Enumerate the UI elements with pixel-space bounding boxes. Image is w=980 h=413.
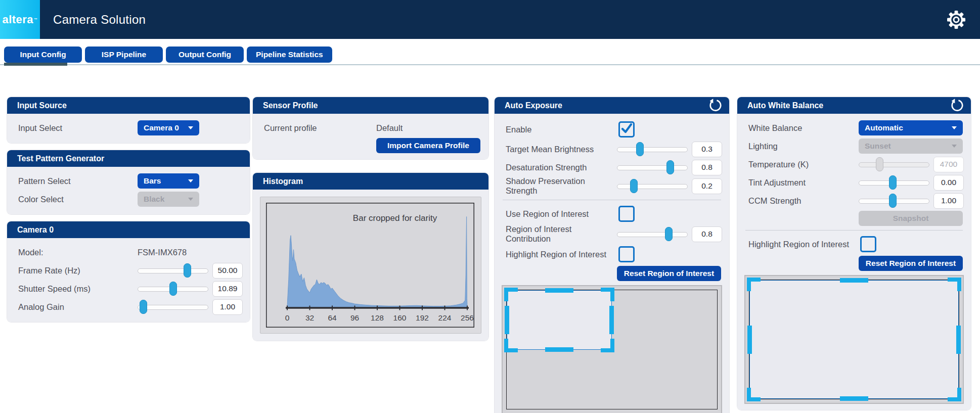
roi-handle-bottom-left[interactable] [504,339,518,352]
reset-icon[interactable] [708,99,722,112]
tab-pipeline-statistics[interactable]: Pipeline Statistics [247,47,332,63]
analog-gain-value[interactable]: 1.00 [212,299,243,315]
slider-thumb[interactable] [169,282,177,296]
roi-handle-top[interactable] [840,278,868,283]
import-camera-profile-button[interactable]: Import Camera Profile [376,138,480,153]
roi-handle-bottom[interactable] [545,347,573,352]
tab-input-config[interactable]: Input Config [4,47,82,63]
roi-handle-bottom-left[interactable] [747,388,761,401]
camera0-header: Camera 0 [7,221,250,238]
target-mean-brightness-label: Target Mean Brightness [506,145,617,154]
analog-gain-label: Analog Gain [18,302,138,312]
use-roi-checkbox[interactable] [618,206,635,222]
column-auto-white-balance: Auto White Balance White Balance Automat… [737,97,971,413]
shadow-preservation-value[interactable]: 0.2 [692,178,722,194]
slider-thumb[interactable] [889,175,897,190]
current-profile-value: Default [376,123,480,133]
svg-text:32: 32 [305,313,314,322]
roi-handle-top-left[interactable] [504,288,518,301]
shutter-speed-slider[interactable] [138,282,208,296]
target-mean-brightness-value[interactable]: 0.3 [692,142,722,157]
desaturation-strength-value[interactable]: 0.8 [692,160,722,175]
roi-handle-bottom-right[interactable] [601,339,614,352]
column-input: Input Source Input Select Camera 0 Test … [7,97,250,329]
roi-handle-top[interactable] [545,288,573,293]
frame-rate-slider[interactable] [138,263,208,278]
svg-text:256: 256 [461,313,474,322]
svg-text:96: 96 [350,313,359,322]
reset-roi-button[interactable]: Reset Region of Interest [617,266,721,281]
frame-rate-value[interactable]: 50.00 [212,263,243,279]
slider-track[interactable] [617,232,688,237]
ccm-strength-label: CCM Strength [748,196,859,206]
highlight-roi-checkbox[interactable] [860,236,876,252]
tint-adjustment-label: Tint Adjustment [748,178,859,188]
roi-contribution-value[interactable]: 0.8 [692,226,722,242]
auto-white-balance-title: Auto White Balance [747,101,823,110]
tab-isp-pipeline[interactable]: ISP Pipeline [85,47,163,63]
color-select-label: Color Select [18,195,138,204]
roi-handle-top-left[interactable] [747,278,761,291]
roi-handle-right[interactable] [956,326,961,354]
slider-track[interactable] [138,268,208,273]
desaturation-strength-slider[interactable] [617,160,688,174]
slider-thumb[interactable] [666,160,674,174]
shadow-preservation-slider[interactable] [617,179,688,193]
tab-output-config[interactable]: Output Config [166,47,244,63]
roi-selection[interactable] [749,280,959,399]
section-divider [745,230,963,231]
slider-track[interactable] [617,165,688,170]
reset-icon[interactable] [950,99,964,112]
page-title: Camera Solution [53,13,146,27]
ccm-strength-slider[interactable] [859,194,929,208]
temperature-label: Temperature (K) [748,160,859,169]
analog-gain-slider[interactable] [138,300,208,314]
settings-gear-icon[interactable] [946,9,967,30]
roi-preview[interactable] [502,285,722,413]
tint-adjustment-value[interactable]: 0.00 [933,175,964,191]
shutter-speed-value[interactable]: 10.89 [212,281,243,297]
slider-thumb[interactable] [184,263,191,278]
input-select-dropdown[interactable]: Camera 0 [138,120,199,135]
section-divider [503,200,721,200]
logo-trademark: ™ [34,18,38,21]
slider-thumb[interactable] [630,179,638,193]
roi-handle-bottom[interactable] [840,396,868,401]
tint-adjustment-slider[interactable] [859,175,929,190]
slider-track[interactable] [138,305,208,310]
slider-thumb[interactable] [140,300,147,314]
roi-handle-bottom-right[interactable] [948,388,961,401]
ccm-strength-value[interactable]: 1.00 [933,193,964,209]
histogram-chart: 0326496128160192224256Bar cropped for cl… [266,203,474,328]
highlight-roi-checkbox[interactable] [618,246,635,262]
input-select-label: Input Select [18,123,138,133]
roi-handle-top-right[interactable] [948,278,961,291]
slider-track[interactable] [617,147,688,152]
slider-track[interactable] [617,184,688,189]
roi-handle-left[interactable] [747,326,752,354]
pattern-select-dropdown[interactable]: Bars [138,173,199,189]
pattern-select-value: Bars [144,176,161,186]
input-select-value: Camera 0 [144,123,179,132]
roi-preview[interactable] [744,275,964,404]
roi-contribution-slider[interactable] [617,227,688,241]
lighting-label: Lighting [748,142,859,151]
roi-handle-top-right[interactable] [601,288,614,301]
white-balance-dropdown[interactable]: Automatic [859,120,963,135]
input-source-header: Input Source [7,97,250,114]
pattern-select-label: Pattern Select [18,176,138,186]
shutter-speed-label: Shutter Speed (ms) [18,284,138,294]
target-mean-brightness-slider[interactable] [617,142,688,156]
roi-handle-left[interactable] [505,306,509,334]
sensor-profile-panel: Sensor Profile Current profile Default I… [253,97,488,159]
logo-text: altera [2,13,33,26]
enable-checkbox[interactable] [618,121,635,137]
roi-handle-right[interactable] [609,306,614,334]
slider-thumb[interactable] [665,227,673,241]
slider-thumb[interactable] [636,142,644,156]
chevron-down-icon [952,126,957,129]
slider-thumb[interactable] [889,194,897,208]
roi-selection[interactable] [507,290,612,350]
shadow-preservation-label: Shadow Preservation Strength [506,176,617,196]
reset-roi-button[interactable]: Reset Region of Interest [859,256,963,271]
